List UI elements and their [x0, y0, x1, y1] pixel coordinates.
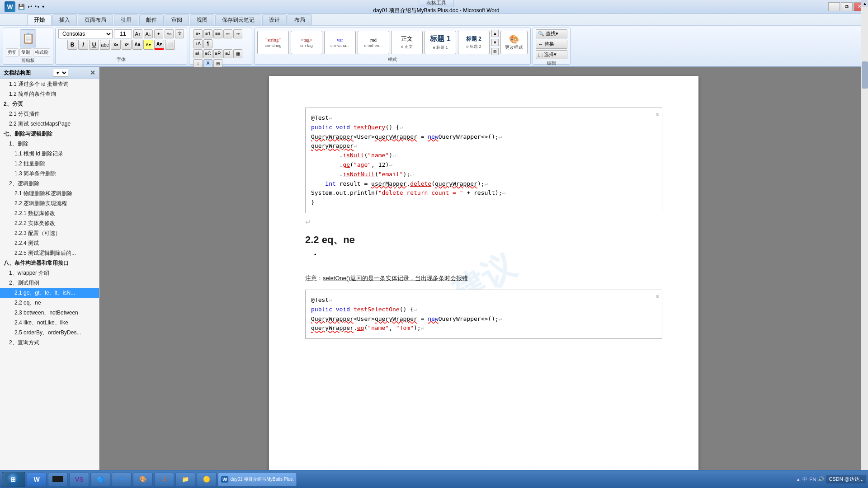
taskbar-java-icon[interactable]: J [154, 473, 174, 486]
align-left-button[interactable]: ≡L [193, 49, 203, 58]
show-marks-button[interactable]: ¶ [203, 39, 212, 48]
style-heading1[interactable]: 标题 1 e 标题 1 [425, 31, 456, 54]
quick-dropdown-icon[interactable]: ▾ [42, 4, 44, 9]
tab-cloud[interactable]: 保存到云笔记 [215, 14, 261, 25]
sidebar-item-13[interactable]: 2.2.1 数据库修改 [0, 208, 99, 218]
sidebar-item-25[interactable]: 2.5 orderBy、orderByDes... [0, 328, 99, 338]
tab-insert[interactable]: 插入 [52, 14, 77, 25]
justify-button[interactable]: ≡J [223, 49, 232, 58]
copy-button[interactable]: 复制 [19, 48, 32, 56]
sidebar-item-7[interactable]: 1.1 根据 id 删除记录 [0, 149, 99, 159]
font-name-selector[interactable]: Consolas [58, 29, 113, 38]
styles-scroll-up[interactable]: ▲ [491, 30, 499, 37]
tab-mail[interactable]: 邮件 [139, 14, 164, 25]
restore-button[interactable]: ⧉ [841, 2, 853, 11]
paste-button[interactable]: 📋 [20, 29, 36, 47]
tray-area[interactable]: ▲ 中 EN 🔊 [796, 476, 824, 483]
sidebar-item-19[interactable]: 1、wrapper 介绍 [0, 268, 99, 278]
sidebar-item-15[interactable]: 2.2.3 配置（可选） [0, 228, 99, 238]
taskbar-active-word[interactable]: W day01 项目介绍与MyBatis Plus.doc - M... [218, 473, 297, 486]
sidebar-item-3[interactable]: 2.1 分页插件 [0, 109, 99, 119]
font-size-decrease-button[interactable]: A↓ [144, 29, 153, 38]
tray-arrow-icon[interactable]: ▲ [796, 477, 801, 482]
sidebar-item-22[interactable]: 2.2 eq、ne [0, 298, 99, 308]
start-button[interactable]: ⊞ [2, 472, 25, 487]
quick-save-icon[interactable]: 💾 [18, 4, 25, 10]
tab-references[interactable]: 引用 [114, 14, 138, 25]
sidebar-item-12[interactable]: 2.2 逻辑删除实现流程 [0, 198, 99, 208]
strikethrough-button[interactable]: abc [100, 40, 110, 50]
tray-input-icon[interactable]: 中 [802, 476, 807, 483]
align-right-button[interactable]: ≡R [213, 49, 222, 58]
numbered-list-button[interactable]: ≡1 [203, 29, 212, 38]
tray-lang-icon[interactable]: EN [809, 477, 816, 482]
font-color-button[interactable]: A▾ [154, 40, 164, 50]
sidebar-item-5[interactable]: 七、删除与逻辑删除 [0, 129, 99, 139]
change-styles-button[interactable]: 🎨 更改样式 [500, 31, 528, 54]
sidebar-item-10[interactable]: 2、逻辑删除 [0, 178, 99, 188]
scroll-thumb[interactable] [862, 67, 868, 89]
font-case-button[interactable]: Aa [132, 40, 142, 50]
doc-scrollbar[interactable]: ▲ ▼ [861, 67, 868, 477]
styles-more[interactable]: ⊞ [491, 48, 499, 55]
sidebar-item-20[interactable]: 2、测试用例 [0, 278, 99, 288]
tab-view[interactable]: 视图 [190, 14, 214, 25]
align-center-button[interactable]: ≡C [203, 49, 212, 58]
font-size-input[interactable] [114, 29, 132, 38]
tab-tablayout[interactable]: 布局 [288, 14, 312, 25]
sidebar-dropdown[interactable]: ▾ [53, 69, 68, 77]
font-phonetic-button[interactable]: 文 [175, 29, 184, 38]
taskbar-ie-icon[interactable]: e [112, 473, 132, 486]
code-block-handle[interactable]: ⊞ [656, 111, 659, 118]
taskbar-app1-icon[interactable]: 🔷 [90, 473, 110, 486]
column-button[interactable]: ▦ [233, 49, 242, 58]
sidebar-close-button[interactable]: ✕ [90, 69, 95, 76]
sidebar-item-24[interactable]: 2.4 like、notLike、like [0, 318, 99, 328]
sidebar-item-26[interactable]: 2、查询方式 [0, 338, 99, 347]
replace-button[interactable]: ↔ 替换 [536, 40, 567, 49]
style-cm-variable[interactable]: var cm-varia... [324, 31, 356, 54]
decrease-indent-button[interactable]: ⇐ [223, 29, 232, 38]
tab-home[interactable]: 开始 [27, 14, 52, 25]
taskbar-paint-icon[interactable]: 🎨 [133, 473, 153, 486]
taskbar-cmd-icon[interactable]: C:\ [48, 473, 68, 486]
clear-format-button[interactable]: ✦ [154, 29, 163, 38]
style-heading2[interactable]: 标题 2 e 标题 2 [458, 31, 490, 54]
style-cm-string[interactable]: "string" cm-string [257, 31, 289, 54]
sidebar-item-6[interactable]: 1、删除 [0, 139, 99, 149]
tab-design[interactable]: 设计 [262, 14, 287, 25]
underline-button[interactable]: U [89, 40, 99, 50]
sidebar-item-23[interactable]: 2.3 between、notBetween [0, 308, 99, 318]
find-button[interactable]: 🔍 查找▾ [536, 29, 567, 38]
style-normal[interactable]: 正文 e 正文 [391, 31, 423, 54]
taskbar-app2-icon[interactable]: 🟡 [197, 473, 217, 486]
border-button[interactable]: ⬜ [165, 40, 175, 50]
sidebar-item-14[interactable]: 2.2.2 实体类修改 [0, 218, 99, 228]
minimize-button[interactable]: ─ [828, 2, 840, 11]
increase-indent-button[interactable]: ⇒ [233, 29, 242, 38]
select-button[interactable]: ⬚ 选择▾ [536, 50, 567, 59]
sidebar-item-11[interactable]: 2.1 物理删除和逻辑删除 [0, 188, 99, 198]
taskbar-vs-icon[interactable]: VS [69, 473, 89, 486]
quick-undo-icon[interactable]: ↩ [28, 4, 32, 10]
italic-button[interactable]: I [78, 40, 88, 50]
styles-scroll-down[interactable]: ▼ [491, 39, 499, 46]
font-size-increase-button[interactable]: A↑ [133, 29, 142, 38]
sidebar-item-18[interactable]: 八、条件构造器和常用接口 [0, 258, 99, 268]
taskbar-word-icon[interactable]: W [27, 473, 47, 486]
tray-volume-icon[interactable]: 🔊 [818, 476, 824, 482]
bullet-list-button[interactable]: ≡• [193, 29, 203, 38]
font-extra-button[interactable]: Aa [165, 29, 174, 38]
tab-review[interactable]: 审阅 [165, 14, 189, 25]
taskbar-folder-icon[interactable]: 📁 [175, 473, 195, 486]
sort-button[interactable]: ↕A [193, 39, 203, 48]
style-cm-tag[interactable]: <tag> cm-tag [291, 31, 322, 54]
format-painter-button[interactable]: 格式刷 [33, 48, 50, 56]
sidebar-item-8[interactable]: 1.2 批量删除 [0, 159, 99, 169]
sidebar-item-9[interactable]: 1.3 简单条件删除 [0, 169, 99, 178]
sidebar-item-16[interactable]: 2.2.4 测试 [0, 238, 99, 248]
superscript-button[interactable]: x² [122, 40, 132, 50]
highlight-button[interactable]: A▾ [143, 40, 153, 50]
code-block-2-handle[interactable]: ⊞ [656, 293, 659, 300]
subscript-button[interactable]: x₂ [111, 40, 121, 50]
